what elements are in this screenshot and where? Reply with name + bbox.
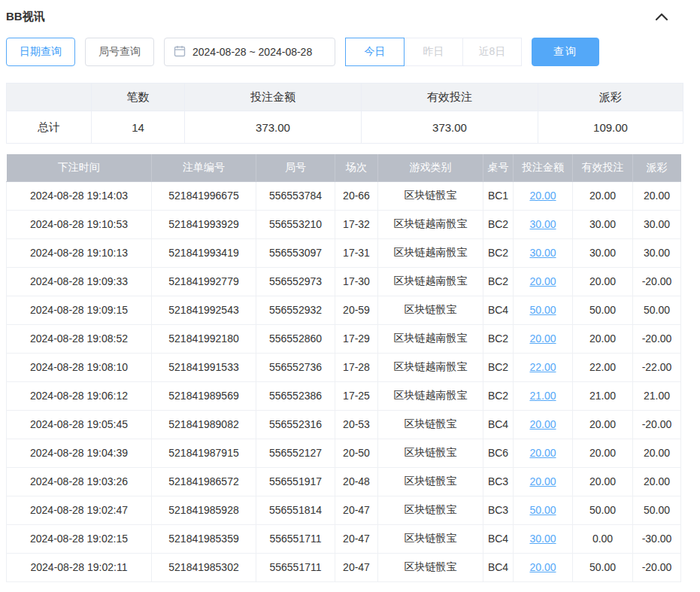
cell-round-id: 556552386 [256, 381, 335, 410]
bet-table-body: 2024-08-28 19:14:03521841996675556553784… [7, 181, 681, 581]
cell-order-id: 521841993929 [152, 210, 256, 238]
bet-amount-link[interactable]: 20.00 [529, 190, 556, 202]
search-button[interactable]: 查询 [532, 38, 599, 66]
cell-order-id: 521841986572 [152, 467, 256, 496]
range-today-button[interactable]: 今日 [345, 38, 405, 66]
summary-col-blank [7, 83, 92, 111]
cell-game-type: 区块链骰宝 [378, 553, 483, 581]
cell-bet-time: 2024-08-28 19:09:15 [7, 296, 152, 324]
bet-amount-link[interactable]: 50.00 [529, 504, 556, 516]
col-bet-amount: 投注金额 [514, 154, 573, 181]
cell-game-type: 区块链越南骰宝 [378, 381, 483, 410]
bet-amount-link[interactable]: 22.00 [529, 361, 556, 373]
cell-game-type: 区块链越南骰宝 [378, 324, 483, 353]
summary-total-bet-amount: 373.00 [185, 111, 362, 144]
cell-table-no: BC1 [483, 181, 514, 210]
col-order-id: 注单编号 [152, 154, 256, 181]
summary-col-count: 笔数 [92, 83, 185, 111]
cell-bet-time: 2024-08-28 19:10:13 [7, 238, 152, 267]
bet-amount-link[interactable]: 20.00 [529, 475, 556, 487]
cell-bet-time: 2024-08-28 19:08:10 [7, 353, 152, 381]
cell-order-id: 521841987915 [152, 439, 256, 467]
summary-total-label: 总计 [7, 111, 92, 144]
cell-session: 20-59 [335, 296, 378, 324]
cell-session: 20-48 [335, 467, 378, 496]
table-row: 2024-08-28 19:03:26521841986572556551917… [7, 467, 681, 496]
cell-valid-bet: 0.00 [573, 524, 633, 553]
round-query-button[interactable]: 局号查询 [85, 38, 154, 66]
cell-round-id: 556552127 [256, 439, 335, 467]
collapse-button[interactable] [652, 10, 671, 24]
bet-amount-link[interactable]: 30.00 [529, 247, 556, 259]
cell-game-type: 区块链骰宝 [378, 410, 483, 439]
range-yesterday-button[interactable]: 昨日 [404, 38, 463, 66]
cell-session: 20-66 [335, 181, 378, 210]
col-bet-time: 下注时间 [7, 154, 152, 181]
bet-amount-link[interactable]: 20.00 [529, 275, 556, 287]
bet-amount-link[interactable]: 20.00 [529, 418, 556, 430]
cell-bet-time: 2024-08-28 19:06:12 [7, 381, 152, 410]
range-last8days-button[interactable]: 近8日 [462, 38, 522, 66]
bet-amount-link[interactable]: 20.00 [529, 332, 556, 345]
cell-payout: 50.00 [633, 296, 681, 324]
cell-table-no: BC2 [483, 353, 514, 381]
cell-payout: 30.00 [633, 210, 681, 238]
cell-game-type: 区块链骰宝 [378, 524, 483, 553]
table-row: 2024-08-28 19:06:12521841989569556552386… [7, 381, 681, 410]
bet-amount-link[interactable]: 30.00 [529, 533, 556, 545]
table-row: 2024-08-28 19:05:45521841989082556552316… [7, 410, 681, 439]
cell-bet-amount: 30.00 [514, 524, 573, 553]
bet-amount-link[interactable]: 20.00 [529, 447, 556, 459]
cell-game-type: 区块链骰宝 [378, 296, 483, 324]
cell-session: 20-53 [335, 410, 378, 439]
cell-order-id: 521841991533 [152, 353, 256, 381]
cell-payout: -20.00 [633, 267, 681, 296]
cell-game-type: 区块链越南骰宝 [378, 238, 483, 267]
table-row: 2024-08-28 19:14:03521841996675556553784… [7, 181, 681, 210]
bet-amount-link[interactable]: 50.00 [529, 304, 556, 316]
cell-round-id: 556551814 [256, 496, 335, 524]
bet-amount-link[interactable]: 20.00 [529, 561, 556, 573]
cell-session: 17-32 [335, 210, 378, 238]
cell-table-no: BC4 [483, 296, 514, 324]
cell-bet-amount: 20.00 [514, 467, 573, 496]
quick-range-group: 今日 昨日 近8日 [345, 38, 522, 66]
cell-order-id: 521841993419 [152, 238, 256, 267]
cell-bet-amount: 20.00 [514, 267, 573, 296]
cell-round-id: 556551917 [256, 467, 335, 496]
bet-amount-link[interactable]: 21.00 [529, 390, 556, 402]
cell-bet-time: 2024-08-28 19:05:45 [7, 410, 152, 439]
cell-valid-bet: 30.00 [573, 238, 633, 267]
cell-valid-bet: 30.00 [573, 210, 633, 238]
cell-session: 17-29 [335, 324, 378, 353]
cell-bet-time: 2024-08-28 19:10:53 [7, 210, 152, 238]
col-session: 场次 [335, 154, 378, 181]
cell-order-id: 521841992543 [152, 296, 256, 324]
filter-bar: 日期查询 局号查询 2024-08-28 ~ 2024-08-28 今日 昨日 … [6, 38, 694, 66]
cell-order-id: 521841996675 [152, 181, 256, 210]
bet-amount-link[interactable]: 30.00 [529, 218, 556, 230]
cell-order-id: 521841985928 [152, 496, 256, 524]
table-row: 2024-08-28 19:10:53521841993929556553210… [7, 210, 681, 238]
cell-game-type: 区块链骰宝 [378, 496, 483, 524]
bet-table-header-row: 下注时间 注单编号 局号 场次 游戏类别 桌号 投注金额 有效投注 派彩 [7, 154, 681, 181]
cell-payout: 21.00 [633, 381, 681, 410]
table-row: 2024-08-28 19:02:11521841985302556551711… [7, 553, 681, 581]
cell-session: 20-47 [335, 496, 378, 524]
cell-bet-time: 2024-08-28 19:14:03 [7, 181, 152, 210]
cell-round-id: 556552932 [256, 296, 335, 324]
cell-bet-amount: 20.00 [514, 553, 573, 581]
date-query-button[interactable]: 日期查询 [6, 38, 75, 66]
cell-valid-bet: 20.00 [573, 324, 633, 353]
cell-bet-time: 2024-08-28 19:02:11 [7, 553, 152, 581]
cell-session: 17-28 [335, 353, 378, 381]
cell-session: 20-50 [335, 439, 378, 467]
page-title: BB视讯 [6, 10, 45, 24]
cell-payout: -20.00 [633, 553, 681, 581]
summary-total-valid-bet: 373.00 [362, 111, 538, 144]
cell-valid-bet: 20.00 [573, 467, 633, 496]
cell-valid-bet: 20.00 [573, 439, 633, 467]
table-row: 2024-08-28 19:10:13521841993419556553097… [7, 238, 681, 267]
date-range-input[interactable]: 2024-08-28 ~ 2024-08-28 [164, 38, 335, 66]
summary-total-row: 总计 14 373.00 373.00 109.00 [7, 111, 683, 144]
